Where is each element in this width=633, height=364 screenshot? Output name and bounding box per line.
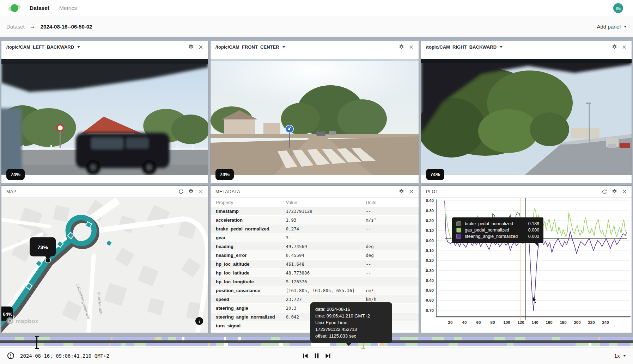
panel-header: /topic/CAM_FRONT_CENTER — [211, 41, 419, 53]
alert-icon[interactable] — [7, 352, 14, 359]
legend-value: 0.002 — [521, 233, 539, 240]
tab-metrics[interactable]: Metrics — [59, 5, 77, 11]
metadata-cell: acceleration — [216, 217, 286, 223]
tooltip-line: offset: 1125.833 sec — [315, 333, 387, 339]
metadata-cell: timestamp — [216, 209, 286, 214]
timeline-strip-bottom[interactable] — [0, 343, 633, 346]
playback-speed-selector[interactable]: 1x — [614, 353, 626, 359]
close-icon — [409, 44, 414, 50]
metadata-row: heading49.74569deg — [211, 242, 419, 251]
skip-back-button[interactable] — [302, 352, 309, 359]
metadata-cell: hp_loc_latitude — [216, 270, 286, 276]
topic-selector[interactable]: /topic/CAM_FRONT_CENTER — [215, 44, 285, 50]
camera-image-front-center — [211, 59, 419, 175]
x-axis-tick: 20 — [448, 320, 453, 325]
speed-label: 1x — [614, 353, 620, 359]
camera-view: 74% — [1, 53, 208, 183]
panel-header: MAP — [1, 186, 208, 198]
gear-icon — [398, 189, 404, 195]
pause-button[interactable] — [313, 352, 320, 359]
map-info-button[interactable]: i — [195, 317, 203, 325]
mapbox-logo[interactable]: mapbox — [6, 317, 39, 325]
y-axis-tick: -0.50 — [425, 288, 434, 292]
panel-map: MAP — [1, 185, 208, 333]
skip-forward-icon — [325, 353, 331, 359]
legend-swatch — [456, 234, 461, 239]
legend-label: brake_pedal_normalized — [465, 221, 518, 227]
panel-settings-button[interactable] — [397, 187, 406, 196]
panel-close-button[interactable] — [196, 43, 205, 52]
topic-selector[interactable]: /topic/CAM_LEFT_BACKWARD — [6, 44, 80, 50]
chevron-down-icon — [623, 355, 626, 357]
panel-settings-button[interactable] — [186, 187, 195, 196]
legend-label: gas_pedal_normalized — [465, 227, 518, 233]
y-axis-tick: 0.00 — [426, 239, 434, 243]
playhead-tooltip: date: 2024-08-16time: 09:06:41.210 GMT+2… — [310, 302, 392, 343]
tooltip-line: Unix Epoc Time: 1723791122.452713 — [315, 319, 387, 333]
panel-settings-button[interactable] — [610, 187, 619, 196]
add-panel-button[interactable]: Add panel — [597, 24, 627, 30]
metadata-row: heading_error0.45594deg — [211, 251, 419, 260]
panel-settings-button[interactable] — [397, 43, 406, 52]
metadata-cell: deg — [366, 253, 416, 258]
panel-refresh-button[interactable] — [176, 187, 185, 196]
panel-close-button[interactable] — [620, 43, 629, 52]
close-icon — [198, 189, 203, 194]
topic-selector[interactable]: /topic/CAM_RIGHT_BACKWARD — [426, 44, 503, 50]
panel-refresh-button[interactable] — [600, 187, 609, 196]
chevron-down-icon — [624, 26, 627, 27]
confidence-badge: 74% — [6, 169, 25, 180]
map-view[interactable]: 73% 64% Gallenklingenstraße Nittelwaldst… — [1, 198, 208, 333]
legend-value: 0.189 — [521, 221, 539, 227]
metadata-cell: 1723791129 — [286, 209, 366, 214]
panel-grid: /topic/CAM_LEFT_BACKWARD — [0, 37, 633, 337]
gear-icon — [611, 44, 617, 50]
metadata-cell: 49.74569 — [286, 244, 366, 249]
panel-settings-button[interactable] — [186, 43, 195, 52]
panel-title: METADATA — [215, 189, 240, 194]
y-axis-tick: -0.70 — [425, 308, 434, 313]
current-timestamp: 2024-08-16, 09:06:41.210 GMT+2 — [20, 353, 109, 359]
plot-area[interactable]: 0.400.300.200.100.00-0.10-0.20-0.30-0.40… — [421, 198, 632, 333]
camera-view: 74% — [211, 53, 419, 183]
y-axis-tick: -0.10 — [425, 248, 434, 253]
metadata-cell: 3 — [286, 235, 366, 240]
mouse-cursor — [532, 296, 537, 303]
topic-label: /topic/CAM_LEFT_BACKWARD — [6, 44, 74, 50]
tab-dataset[interactable]: Dataset — [30, 5, 49, 11]
breadcrumb-bar: Dataset → 2024-08-16--06-50-02 Add panel — [0, 16, 633, 37]
metadata-cell: 1.93 — [286, 217, 366, 223]
y-axis-tick: -0.20 — [425, 258, 434, 263]
panel-settings-button[interactable] — [610, 43, 619, 52]
metadata-cell: 23.727 — [286, 297, 366, 302]
y-axis-tick: 0.30 — [426, 209, 434, 213]
panel-close-button[interactable] — [196, 187, 205, 196]
playback-controls — [302, 352, 331, 359]
user-avatar[interactable]: BE — [613, 3, 623, 13]
metadata-cell: m/s² — [366, 217, 416, 223]
camera-image-left-backward — [1, 59, 208, 175]
legend-label: steering_angle_normalized — [465, 233, 518, 240]
metadata-cell: position_covariance — [216, 288, 286, 293]
skip-forward-button[interactable] — [324, 352, 331, 359]
legend-item: gas_pedal_normalized0.000 — [456, 227, 539, 233]
metadata-cell: -- — [366, 235, 416, 240]
metadata-cell: turn_signal — [216, 323, 286, 328]
metadata-cell: -- — [366, 270, 416, 276]
panel-close-button[interactable] — [407, 187, 416, 196]
breadcrumb-root[interactable]: Dataset — [6, 24, 25, 30]
app-logo-icon[interactable] — [10, 4, 19, 13]
panel-header: METADATA — [211, 186, 419, 198]
camera-view: 74% — [421, 53, 632, 183]
timeline-hover-cursor[interactable] — [36, 336, 37, 349]
metadata-cell: 461.648 — [286, 261, 366, 267]
panel-close-button[interactable] — [620, 187, 629, 196]
legend-value: 0.000 — [521, 227, 539, 233]
close-icon — [622, 44, 627, 50]
y-axis-tick: 0.20 — [426, 218, 434, 223]
metadata-cell: steering_angle_normalized — [216, 314, 286, 320]
y-axis-tick: -0.30 — [425, 269, 434, 273]
panel-close-button[interactable] — [407, 43, 416, 52]
topic-label: /topic/CAM_RIGHT_BACKWARD — [426, 44, 497, 50]
metadata-row: gear3-- — [211, 233, 419, 242]
